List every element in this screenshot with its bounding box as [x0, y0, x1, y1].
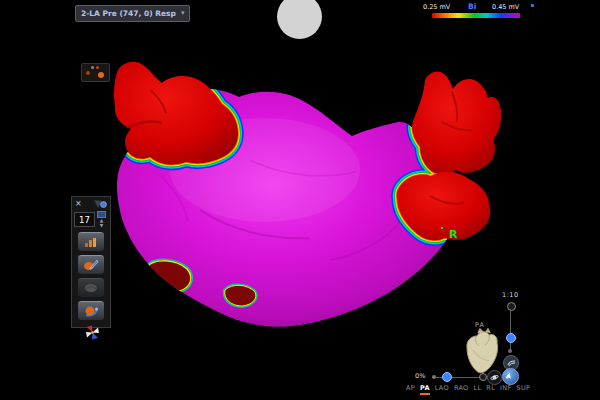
point-marker-button[interactable] — [77, 300, 105, 321]
voltage-color-scale-bar[interactable] — [432, 13, 520, 18]
zoom-slider-handle[interactable] — [506, 333, 516, 343]
surface-tool-button — [77, 277, 105, 298]
point-marker-icon — [83, 305, 99, 317]
chevron-down-icon: ▾ — [181, 10, 185, 17]
view-button-lao[interactable]: LAO — [435, 384, 449, 393]
tool-palette: × 17 ▲ ▼ — [71, 196, 111, 328]
voltage-map-icon — [83, 236, 99, 248]
view-button-inf[interactable]: INF — [500, 384, 511, 393]
map-selector-label: 2-LA Pre (747, 0) Resp — [81, 9, 176, 18]
zoom-slider-top-knob[interactable] — [507, 302, 516, 311]
marker-dot-icon — [98, 72, 104, 78]
opacity-slider-handle[interactable] — [442, 372, 452, 382]
scale-type-label[interactable]: Bi — [468, 2, 476, 11]
fill-threshold-spinner: 17 ▲ ▼ — [72, 210, 110, 229]
view-button-ap[interactable]: AP — [406, 384, 415, 393]
marker-dot-icon — [96, 66, 99, 69]
carto-mapping-window: R 2-LA Pre (747, 0) Resp ▾ 0.25 mV Bi 0.… — [0, 0, 600, 400]
opacity-value-label: 0% — [415, 372, 425, 380]
orbit-view-button[interactable] — [487, 370, 502, 385]
pinwheel-icon[interactable] — [84, 324, 101, 341]
surface-tool-icon — [83, 282, 99, 294]
marker-dot — [441, 227, 443, 229]
close-icon[interactable]: × — [75, 200, 82, 208]
cursor-arrow-icon — [506, 372, 515, 381]
view-button-ll[interactable]: LL — [474, 384, 482, 393]
map-selector-dropdown[interactable]: 2-LA Pre (747, 0) Resp ▾ — [75, 5, 190, 22]
view-button-rl[interactable]: RL — [486, 384, 495, 393]
left-pv-region — [114, 62, 238, 165]
annotation-thumbnail[interactable] — [81, 63, 110, 82]
map-edit-button[interactable] — [77, 254, 105, 275]
zoom-ratio-label: 1:10 — [502, 291, 519, 299]
hand-icon — [507, 360, 516, 367]
marker-dot-icon — [91, 66, 94, 69]
heart-orientation-icon[interactable] — [463, 328, 501, 376]
view-orientation-bar: AP PA LAO RAO LL RL INF SUP — [406, 384, 530, 395]
zoom-slider-end-dot — [508, 349, 512, 353]
view-button-rao[interactable]: RAO — [454, 384, 469, 393]
rotate-view-button[interactable] — [502, 368, 519, 385]
orientation-marker-label: R — [449, 228, 458, 241]
flag-icon[interactable] — [93, 199, 107, 209]
marker-dot-icon — [86, 71, 90, 75]
spin-down-icon[interactable]: ▼ — [100, 224, 103, 229]
zoom-slider-track[interactable] — [510, 309, 511, 350]
right-upper-pv-region — [412, 72, 501, 175]
spinner-value[interactable]: 17 — [74, 212, 95, 227]
map-edit-icon — [83, 259, 99, 271]
indicator-dot — [531, 4, 534, 7]
view-button-sup[interactable]: SUP — [517, 384, 531, 393]
spinner-option-icon[interactable] — [97, 211, 106, 218]
view-button-pa[interactable]: PA — [420, 384, 430, 395]
orbit-icon — [490, 373, 499, 382]
scale-max-label[interactable]: 0.45 mV — [492, 3, 519, 11]
opacity-slider-end-knob[interactable] — [479, 373, 487, 381]
voltage-map-button[interactable] — [77, 231, 105, 252]
scale-min-label[interactable]: 0.25 mV — [423, 3, 450, 11]
